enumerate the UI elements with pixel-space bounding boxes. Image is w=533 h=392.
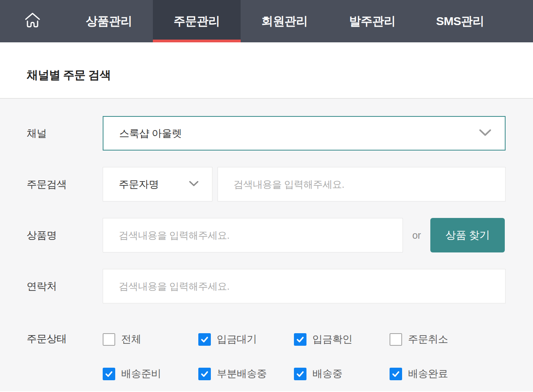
status-option-partial-shipping[interactable]: 부분배송중 xyxy=(198,367,294,381)
order-search-input[interactable] xyxy=(218,167,506,201)
order-status-options: 전체입금대기입금확인주문취소배송준비부분배송중배송중배송완료 xyxy=(103,332,485,381)
checkbox-checked-icon[interactable] xyxy=(103,368,115,380)
product-row: 상품명 or 상품 찾기 xyxy=(27,218,506,252)
nav-tab-products[interactable]: 상품관리 xyxy=(65,0,153,42)
order-search-form: 채널 스룩샵 아울렛 주문검색 주문자명 xyxy=(0,99,533,391)
status-option-delivered[interactable]: 배송완료 xyxy=(390,367,485,381)
top-navbar: 상품관리주문관리회원관리발주관리SMS관리 xyxy=(0,0,533,42)
status-option-label: 입금확인 xyxy=(312,332,352,346)
nav-tab-purchase[interactable]: 발주관리 xyxy=(328,0,416,42)
order-search-label: 주문검색 xyxy=(27,178,103,191)
order-search-row: 주문검색 주문자명 xyxy=(27,167,506,201)
channel-row: 채널 스룩샵 아울렛 xyxy=(27,116,506,151)
chevron-down-icon xyxy=(189,181,199,188)
status-option-deposit-confirm[interactable]: 입금확인 xyxy=(294,332,390,346)
status-option-label: 전체 xyxy=(121,332,141,346)
status-option-deposit-waiting[interactable]: 입금대기 xyxy=(198,332,294,346)
status-option-label: 배송준비 xyxy=(121,367,161,381)
order-status-label: 주문상태 xyxy=(27,332,103,345)
contact-input[interactable] xyxy=(103,269,506,303)
order-search-type-select[interactable]: 주문자명 xyxy=(103,167,212,201)
checkbox-checked-icon[interactable] xyxy=(294,333,306,346)
home-button[interactable] xyxy=(0,0,65,42)
channel-select-value: 스룩샵 아울렛 xyxy=(119,127,182,140)
contact-row: 연락처 xyxy=(27,269,506,303)
nav-tabs: 상품관리주문관리회원관리발주관리SMS관리 xyxy=(65,0,504,42)
status-option-label: 배송중 xyxy=(312,367,343,381)
checkbox-checked-icon[interactable] xyxy=(198,368,211,380)
chevron-down-icon xyxy=(479,129,491,138)
checkbox-checked-icon[interactable] xyxy=(390,368,402,380)
order-status-row: 주문상태 전체입금대기입금확인주문취소배송준비부분배송중배송중배송완료 xyxy=(27,332,506,381)
nav-tab-members[interactable]: 회원관리 xyxy=(241,0,328,42)
contact-label: 연락처 xyxy=(27,279,103,293)
checkbox-unchecked-icon[interactable] xyxy=(103,333,115,346)
title-bar: 채널별 주문 검색 xyxy=(0,42,533,99)
page-title: 채널별 주문 검색 xyxy=(27,67,111,83)
find-product-button[interactable]: 상품 찾기 xyxy=(430,218,505,252)
or-text: or xyxy=(403,230,430,241)
product-label: 상품명 xyxy=(27,229,103,242)
channel-select[interactable]: 스룩샵 아울렛 xyxy=(103,116,506,151)
checkbox-checked-icon[interactable] xyxy=(198,333,211,346)
channel-label: 채널 xyxy=(27,127,103,140)
nav-tab-orders[interactable]: 주문관리 xyxy=(153,0,241,42)
status-option-label: 입금대기 xyxy=(217,332,257,346)
checkbox-unchecked-icon[interactable] xyxy=(390,333,402,346)
status-option-all[interactable]: 전체 xyxy=(103,332,198,346)
status-option-label: 주문취소 xyxy=(408,332,448,346)
home-icon xyxy=(24,11,42,32)
status-option-label: 부분배송중 xyxy=(217,367,267,381)
product-name-input[interactable] xyxy=(103,218,403,252)
status-option-label: 배송완료 xyxy=(408,367,448,381)
checkbox-checked-icon[interactable] xyxy=(294,368,306,380)
status-option-order-cancel[interactable]: 주문취소 xyxy=(390,332,485,346)
nav-tab-sms[interactable]: SMS관리 xyxy=(416,0,504,42)
status-option-ship-ready[interactable]: 배송준비 xyxy=(103,367,198,381)
status-option-shipping[interactable]: 배송중 xyxy=(294,367,390,381)
order-search-type-value: 주문자명 xyxy=(119,178,159,191)
